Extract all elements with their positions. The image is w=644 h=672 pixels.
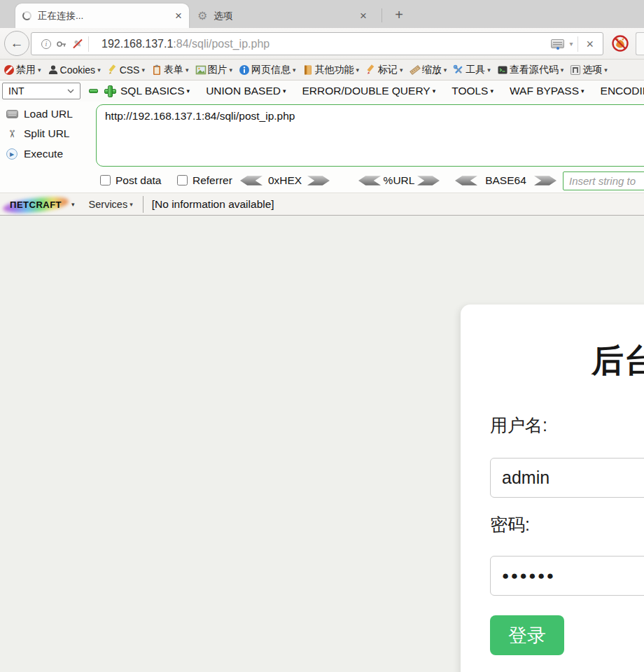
url-path: :84/sqli/post_ip.php xyxy=(173,38,270,50)
webdev-item-options[interactable]: 选项▾ xyxy=(570,64,608,76)
url-encoder-group: %URL xyxy=(358,173,440,188)
webdev-item-outline[interactable]: 标记▾ xyxy=(365,64,403,76)
info-icon xyxy=(239,64,250,76)
back-button[interactable]: ← xyxy=(4,31,29,56)
netcraft-logo[interactable]: ΠETCRAFT xyxy=(6,197,66,212)
password-field[interactable] xyxy=(490,556,644,596)
no-edit-icon[interactable]: ✎ xyxy=(72,38,83,50)
browser-window: 正在连接... × ⚙ 选项 × + ← i ✎ 192.168.137.1:8… xyxy=(0,0,644,672)
block-icon xyxy=(4,64,15,76)
new-tab-button[interactable]: + xyxy=(389,6,409,24)
login-button[interactable]: 登录 xyxy=(490,615,564,655)
marker-pencil-icon xyxy=(365,64,377,76)
key-icon[interactable] xyxy=(56,38,67,50)
webdev-item-viewsource[interactable]: 查看源代码▾ xyxy=(497,64,564,76)
stop-button[interactable]: × xyxy=(583,38,596,50)
clipboard-icon xyxy=(151,64,162,76)
loading-spinner-icon xyxy=(22,11,31,20)
close-icon[interactable]: × xyxy=(360,10,367,22)
url-host: 192.168.137.1 xyxy=(102,38,173,50)
encode-arrow-icon[interactable] xyxy=(534,175,556,186)
add-icon[interactable] xyxy=(104,85,115,96)
login-card: 后台登录 用户名: 密码: 登录 xyxy=(461,304,644,672)
dropdown-caret-icon[interactable]: ▾ xyxy=(569,40,573,48)
menu-sql-basics[interactable]: SQL BASICS▾ xyxy=(120,85,190,97)
menu-waf-bypass[interactable]: WAF BYPASS▾ xyxy=(510,85,584,97)
username-label: 用户名: xyxy=(490,414,547,437)
webdev-item-resize[interactable]: 缩放▾ xyxy=(410,64,447,76)
hackbar-options-row: Post data Referrer 0xHEX %URL BASE64 xyxy=(0,170,644,192)
decode-arrow-icon[interactable] xyxy=(455,175,477,186)
post-data-checkbox[interactable] xyxy=(100,175,111,186)
webdev-item-forms[interactable]: 表单▾ xyxy=(151,64,189,76)
menu-error-double-query[interactable]: ERROR/DOUBLE QUERY▾ xyxy=(302,85,435,97)
address-bar[interactable]: i ✎ 192.168.137.1:84/sqli/post_ip.php ▾ … xyxy=(31,32,603,55)
webdev-item-pageinfo[interactable]: 网页信息▾ xyxy=(239,64,296,76)
base64-label: BASE64 xyxy=(485,174,526,187)
decode-arrow-icon[interactable] xyxy=(358,175,381,186)
navigation-toolbar: ← i ✎ 192.168.137.1:84/sqli/post_ip.php … xyxy=(0,28,644,59)
close-icon[interactable]: × xyxy=(175,10,182,22)
menu-tools[interactable]: TOOLS▾ xyxy=(451,85,493,97)
tab-bar: 正在连接... × ⚙ 选项 × + xyxy=(0,0,644,28)
ruler-icon xyxy=(410,64,421,76)
remove-icon[interactable] xyxy=(89,89,98,93)
webdev-item-css[interactable]: CSS▾ xyxy=(107,64,145,76)
foxyproxy-disabled-button[interactable] xyxy=(610,34,630,53)
insert-string-input[interactable] xyxy=(563,172,644,190)
hackbar-url-textarea[interactable]: http://192.168.137.1:84/sqli/post_ip.php xyxy=(96,104,644,167)
netcraft-site-status: [No information available] xyxy=(152,198,274,211)
decode-arrow-icon[interactable] xyxy=(240,175,262,186)
referrer-label: Referrer xyxy=(192,174,232,187)
referrer-checkbox[interactable] xyxy=(177,175,188,186)
tab-title: 正在连接... xyxy=(38,10,169,22)
hackbar-menus: SQL BASICS▾ UNION BASED▾ ERROR/DOUBLE QU… xyxy=(120,80,644,102)
image-icon xyxy=(195,64,206,76)
foxyproxy-disabled-icon xyxy=(611,34,629,52)
webdev-item-disable[interactable]: 禁用▾ xyxy=(4,64,41,76)
toolbar-edge-button[interactable] xyxy=(636,32,644,55)
hex-label: 0xHEX xyxy=(268,174,302,187)
play-icon: ▶ xyxy=(6,148,18,160)
webdeveloper-toolbar: 禁用▾ Cookies▾ CSS▾ 表单▾ 图片▾ 网页信息▾ 其他功能▾ 标 xyxy=(0,60,644,80)
source-icon xyxy=(497,64,508,76)
load-url-button[interactable]: Load URL xyxy=(0,106,94,122)
tab-options[interactable]: ⚙ 选项 × xyxy=(190,4,374,28)
url-label: %URL xyxy=(384,174,415,187)
site-info-icon[interactable]: i xyxy=(41,39,51,49)
encode-arrow-icon[interactable] xyxy=(307,175,330,186)
url-text[interactable]: 192.168.137.1:84/sqli/post_ip.php xyxy=(94,38,551,50)
split-url-button[interactable]: ✂ Split URL xyxy=(0,125,94,142)
hex-encoder-group: 0xHEX xyxy=(240,173,330,188)
tools-icon xyxy=(453,64,464,76)
webdev-item-misc[interactable]: 其他功能▾ xyxy=(302,64,360,76)
execute-button[interactable]: ▶ Execute xyxy=(0,146,94,162)
webdev-item-cookies[interactable]: Cookies▾ xyxy=(48,64,101,76)
dropdown-caret-icon[interactable]: ▾ xyxy=(71,201,75,208)
hackbar-db-select[interactable]: INT xyxy=(2,83,80,99)
hackbar-menu-row: INT SQL BASICS▾ UNION BASED▾ ERROR/DOUBL… xyxy=(0,80,644,102)
gear-icon: ⚙ xyxy=(197,10,207,22)
site-identity-icons: i ✎ xyxy=(31,36,94,52)
menu-encoding[interactable]: ENCODING▾ xyxy=(601,85,644,97)
webdev-item-tools[interactable]: 工具▾ xyxy=(453,64,491,76)
urlbar-separator xyxy=(578,36,578,52)
server-icon[interactable] xyxy=(551,39,564,48)
hackbar-body: Load URL ✂ Split URL ▶ Execute http://19… xyxy=(0,102,644,192)
tab-title: 选项 xyxy=(214,10,354,22)
username-field[interactable] xyxy=(490,458,644,498)
book-icon xyxy=(302,64,314,76)
post-data-label: Post data xyxy=(115,174,162,187)
menu-union-based[interactable]: UNION BASED▾ xyxy=(206,85,286,97)
netcraft-separator xyxy=(143,196,144,213)
base64-encoder-group: BASE64 xyxy=(455,173,556,188)
load-icon xyxy=(6,110,18,118)
page-content: 后台登录 用户名: 密码: 登录 xyxy=(0,216,644,672)
netcraft-services-menu[interactable]: Services▾ xyxy=(89,199,133,210)
password-label: 密码: xyxy=(490,513,530,536)
back-arrow-icon: ← xyxy=(10,36,24,51)
webdev-item-images[interactable]: 图片▾ xyxy=(195,64,233,76)
tab-connecting[interactable]: 正在连接... × xyxy=(15,4,189,28)
encode-arrow-icon[interactable] xyxy=(417,175,440,186)
login-title: 后台登录 xyxy=(461,340,644,383)
